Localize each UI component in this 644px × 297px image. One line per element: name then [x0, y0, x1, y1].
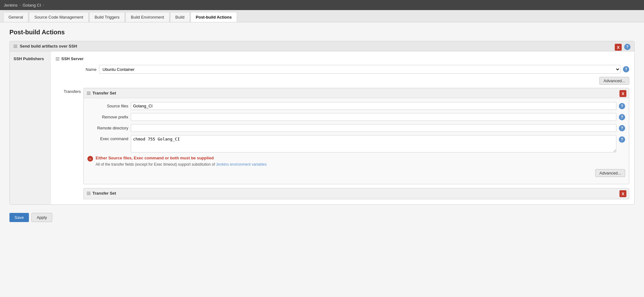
- help-icon-remote-directory[interactable]: ?: [619, 125, 625, 131]
- transfers-label: Transfers: [56, 88, 81, 94]
- tab-build-triggers[interactable]: Build Triggers: [89, 12, 125, 22]
- name-select[interactable]: Ubuntu Container: [99, 65, 620, 74]
- tab-build-environment[interactable]: Build Environment: [125, 12, 169, 22]
- ssh-publishers-label: SSH Publishers: [10, 51, 51, 204]
- send-artifacts-card: Send build artifacts over SSH X ? SSH Pu…: [9, 41, 635, 205]
- top-nav: Jenkins › Golang CI ›: [0, 0, 644, 10]
- transfer-set-box-1: Transfer Set X Source files ?: [83, 88, 629, 184]
- transfer-set-box-2: Transfer Set X: [83, 188, 629, 199]
- right-col: SSH Server Name Ubuntu Container ? Advan…: [51, 51, 634, 204]
- apply-button[interactable]: Apply: [31, 213, 53, 222]
- card-body: SSH Publishers SSH Server Name Ubuntu Co…: [10, 51, 634, 204]
- transfer-set-header: Transfer Set X: [84, 88, 629, 98]
- transfer-set-drag-handle-2[interactable]: [87, 192, 91, 195]
- error-message: Either Source files, Exec command or bot…: [96, 156, 267, 160]
- remote-directory-label: Remote directory: [87, 126, 128, 130]
- remove-prefix-input[interactable]: [131, 113, 616, 121]
- help-icon-name[interactable]: ?: [623, 66, 629, 72]
- transfer-set-title: Transfer Set: [92, 91, 116, 95]
- card-header-title: Send build artifacts over SSH: [20, 44, 77, 49]
- transfer-body: Source files ? Remove prefix ?: [84, 98, 629, 184]
- main-content: Post-build Actions Send build artifacts …: [0, 22, 644, 297]
- help-icon-source-files[interactable]: ?: [619, 103, 625, 109]
- advanced-button-top[interactable]: Advanced...: [599, 77, 629, 85]
- transfer-set-header-2: Transfer Set X: [84, 188, 629, 198]
- advanced-row-bottom: Advanced...: [87, 169, 625, 177]
- tab-post-build-actions[interactable]: Post-build Actions: [191, 12, 237, 22]
- bottom-buttons: Save Apply: [9, 210, 635, 225]
- tab-bar: General Source Code Management Build Tri…: [0, 10, 644, 22]
- drag-handle[interactable]: [14, 45, 17, 48]
- error-box: − Either Source files, Exec command or b…: [87, 156, 625, 167]
- tab-build[interactable]: Build: [170, 12, 190, 22]
- card-header: Send build artifacts over SSH X ?: [10, 41, 634, 51]
- name-label: Name: [56, 67, 97, 72]
- close-card-button[interactable]: X: [615, 44, 622, 51]
- breadcrumb-sep-2: ›: [43, 3, 44, 7]
- error-icon: −: [87, 156, 93, 162]
- remote-directory-input[interactable]: [131, 124, 616, 132]
- remote-directory-row: Remote directory ?: [87, 124, 625, 132]
- save-button[interactable]: Save: [9, 213, 29, 222]
- advanced-row-top: Advanced...: [56, 77, 629, 85]
- jenkins-env-vars-link[interactable]: Jenkins environment variables: [216, 162, 267, 167]
- source-files-label: Source files: [87, 104, 128, 108]
- help-icon-card[interactable]: ?: [624, 44, 630, 50]
- exec-command-row: Exec command chmod 755 Golang_CI ?: [87, 135, 625, 152]
- ssh-server-drag-handle[interactable]: [56, 57, 59, 60]
- tab-source-code-management[interactable]: Source Code Management: [29, 12, 88, 22]
- breadcrumb-jenkins[interactable]: Jenkins: [4, 3, 18, 8]
- transfer-set-drag-handle[interactable]: [87, 92, 91, 95]
- advanced-button-bottom[interactable]: Advanced...: [595, 169, 625, 177]
- info-text-content: All of the transfer fields (except for E…: [96, 162, 216, 167]
- source-files-input[interactable]: [131, 102, 616, 110]
- transfer-set-title-2: Transfer Set: [92, 191, 116, 196]
- help-icon-remove-prefix[interactable]: ?: [619, 114, 625, 120]
- help-icon-exec-command[interactable]: ?: [619, 136, 625, 143]
- name-row: Name Ubuntu Container ?: [56, 65, 629, 74]
- exec-command-textarea[interactable]: chmod 755 Golang_CI: [131, 135, 616, 152]
- ssh-server-title: SSH Server: [61, 56, 84, 61]
- info-text: All of the transfer fields (except for E…: [96, 162, 267, 167]
- error-content: Either Source files, Exec command or bot…: [96, 156, 267, 167]
- remove-prefix-row: Remove prefix ?: [87, 113, 625, 121]
- remove-prefix-label: Remove prefix: [87, 115, 128, 119]
- transfers-row: Transfers Transfer Set X: [56, 88, 629, 199]
- close-transfer-set-button-2[interactable]: X: [619, 190, 626, 197]
- close-transfer-set-button[interactable]: X: [619, 90, 626, 97]
- source-files-row: Source files ?: [87, 102, 625, 110]
- tab-general[interactable]: General: [3, 12, 28, 22]
- ssh-server-header: SSH Server: [56, 56, 629, 61]
- exec-command-label: Exec command: [87, 135, 128, 141]
- transfers-content: Transfer Set X Source files ?: [83, 88, 629, 199]
- page-title: Post-build Actions: [9, 29, 635, 36]
- breadcrumb-golang-ci[interactable]: Golang CI: [23, 3, 41, 8]
- breadcrumb-sep-1: ›: [19, 3, 21, 7]
